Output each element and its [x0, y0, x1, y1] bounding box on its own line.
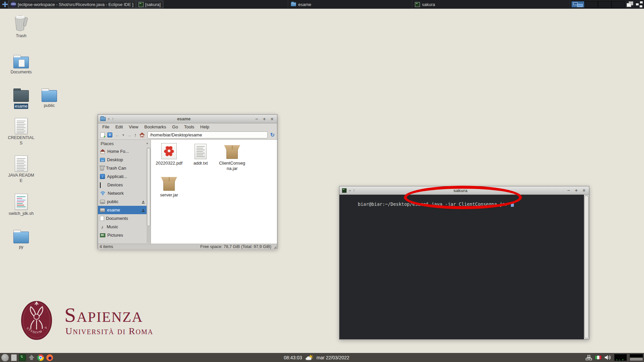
desktop-icon-py[interactable]: py	[7, 225, 36, 250]
workspace-1[interactable]	[571, 1, 585, 8]
close-button[interactable]: ×	[581, 188, 587, 193]
ram-monitor-widget[interactable]	[630, 354, 643, 361]
titlebar-dot-icon[interactable]: ■	[108, 118, 109, 120]
close-button[interactable]: ×	[269, 116, 275, 122]
shell-script-icon	[7, 192, 36, 210]
terminal-body[interactable]: biar@biar:~/Desktop/esame$ java -jar Cli…	[339, 195, 589, 339]
places-item-esame[interactable]: esame ▲	[98, 206, 151, 214]
new-document-icon[interactable]: +	[100, 132, 105, 138]
places-item-music[interactable]: ♪ Music	[98, 223, 151, 231]
keyboard-layout-flag-icon[interactable]	[595, 355, 602, 360]
workspace-pager	[571, 1, 625, 8]
show-desktop-icon[interactable]	[28, 355, 35, 361]
places-item-network[interactable]: Network	[98, 189, 151, 197]
date[interactable]: mar 22/03/2022	[317, 355, 350, 360]
eject-icon[interactable]: ▲	[142, 208, 145, 212]
files-pane[interactable]: 20220322.pdf addr.txt ClientConsegna.jar…	[151, 140, 277, 244]
desktop-icon-java-readme[interactable]: JAVA README	[7, 154, 36, 184]
minimize-button[interactable]: −	[254, 116, 259, 122]
places-item-documents[interactable]: Documents	[98, 214, 151, 223]
volume-icon[interactable]	[604, 355, 611, 360]
terminal-window: ■ ↑ sakura − + × biar@biar:~/Desktop/esa…	[339, 186, 589, 340]
panel-move-handle-icon[interactable]	[2, 2, 8, 7]
file-item-pdf[interactable]: 20220322.pdf	[154, 142, 184, 166]
places-item-devices[interactable]: Devices	[98, 181, 151, 189]
menu-tools[interactable]: Tools	[181, 124, 197, 129]
fm-window-title: esame	[116, 116, 252, 121]
places-item-home[interactable]: Home Fo...	[98, 147, 151, 156]
menu-file[interactable]: File	[99, 124, 112, 129]
minimize-button[interactable]: −	[566, 188, 571, 193]
terminal-scrollbar[interactable]	[584, 195, 589, 339]
new-tab-icon[interactable]: +	[107, 132, 112, 137]
text-file-icon	[7, 154, 36, 172]
fm-titlebar[interactable]: ■ ↑ esame − + ×	[98, 115, 277, 123]
menu-launcher-icon[interactable]	[1, 354, 9, 361]
forward-icon[interactable]: →	[127, 133, 131, 137]
maximize-button[interactable]: +	[262, 116, 267, 122]
text-file-icon	[185, 142, 216, 159]
places-item-trash[interactable]: Trash Can	[98, 164, 151, 172]
workspace-2[interactable]	[585, 1, 598, 8]
taskbar-button-eclipse[interactable]: [eclipse-workspace - Shot/src/Ricevitore…	[8, 1, 136, 8]
menu-edit[interactable]: Edit	[112, 124, 126, 129]
weather-icon[interactable]	[305, 355, 314, 361]
drive-icon	[100, 208, 105, 212]
desktop-icon-documents[interactable]: Documents	[7, 50, 36, 75]
clipboard-manager-icon[interactable]	[627, 1, 634, 7]
menu-help[interactable]: Help	[197, 124, 212, 129]
screenshot-tool-icon[interactable]	[636, 1, 643, 7]
firefox-launcher-icon[interactable]	[46, 354, 53, 361]
places-item-applications[interactable]: ↓ Applicati...	[98, 172, 151, 181]
titlebar-rollup-icon[interactable]: ↑	[353, 188, 355, 193]
titlebar-dot-icon[interactable]: ■	[349, 189, 351, 192]
places-item-desktop[interactable]: Desktop	[98, 156, 151, 164]
workspace-4[interactable]	[611, 1, 625, 8]
file-item-clientconsegna[interactable]: ClientConsegna.jar	[217, 142, 248, 172]
cpu-monitor-widget[interactable]	[614, 354, 627, 361]
refresh-icon[interactable]: ↻	[270, 132, 275, 138]
terminal-titlebar[interactable]: ■ ↑ sakura − + ×	[339, 186, 589, 195]
taskbar-group: [eclipse-workspace - Shot/src/Ricevitore…	[8, 1, 163, 8]
desktop-icon-credentials[interactable]: CREDENTIALS	[7, 116, 36, 146]
places-header[interactable]: Places ▾	[98, 140, 151, 147]
desktop-icon-switch-jdk[interactable]: switch_jdk.sh	[7, 192, 36, 216]
file-manager-launcher-icon[interactable]	[11, 354, 17, 361]
chrome-launcher-icon[interactable]	[37, 354, 44, 361]
folder-icon	[291, 2, 296, 6]
terminal-prompt-line: biar@biar:~/Desktop/esame$ java -jar Cli…	[358, 201, 508, 207]
menu-view[interactable]: View	[126, 124, 141, 129]
taskbar-button-eclipse-label: [eclipse-workspace - Shot/src/Ricevitore…	[18, 2, 133, 7]
back-icon[interactable]: ←	[115, 133, 120, 137]
sidebar-scrollbar[interactable]	[147, 147, 151, 243]
eject-icon[interactable]: ▲	[142, 200, 145, 203]
file-item-server[interactable]: server.jar	[154, 174, 184, 198]
desktop-icon-esame[interactable]: esame	[7, 84, 36, 109]
taskbar-button-esame[interactable]: esame	[288, 0, 412, 9]
desktop-icon-public[interactable]: public	[35, 84, 64, 108]
taskbar-button-sakura[interactable]: sakura	[412, 0, 570, 9]
terminal-launcher-icon[interactable]	[19, 354, 26, 361]
up-icon[interactable]: ↑	[134, 133, 137, 137]
trash-icon	[100, 166, 104, 171]
maximize-button[interactable]: +	[574, 188, 579, 193]
places-item-public[interactable]: public ▲	[98, 197, 151, 206]
file-name: ClientConsegna.jar	[219, 161, 246, 172]
desktop-icon-trash[interactable]: Trash	[7, 14, 36, 39]
clock[interactable]: 08:43:03	[284, 355, 302, 360]
taskbar-button-sakura-minimized[interactable]: [sakura]	[136, 1, 163, 8]
address-bar[interactable]	[148, 131, 268, 138]
terminal-window-title: sakura	[357, 188, 564, 193]
menu-go[interactable]: Go	[169, 124, 181, 129]
resize-grip[interactable]	[274, 246, 276, 249]
network-tray-icon[interactable]	[586, 355, 592, 360]
bottom-panel: 08:43:03 mar 22/03/2022	[0, 353, 644, 362]
places-header-label: Places	[101, 141, 114, 146]
file-item-txt[interactable]: addr.txt	[185, 142, 216, 166]
titlebar-rollup-icon[interactable]: ↑	[112, 117, 114, 121]
workspace-3[interactable]	[598, 1, 611, 8]
history-dropdown-icon[interactable]: ▾	[122, 133, 124, 137]
home-icon[interactable]	[139, 132, 145, 137]
menu-bookmarks[interactable]: Bookmarks	[141, 124, 169, 129]
places-item-pictures[interactable]: Pictures	[98, 231, 151, 239]
